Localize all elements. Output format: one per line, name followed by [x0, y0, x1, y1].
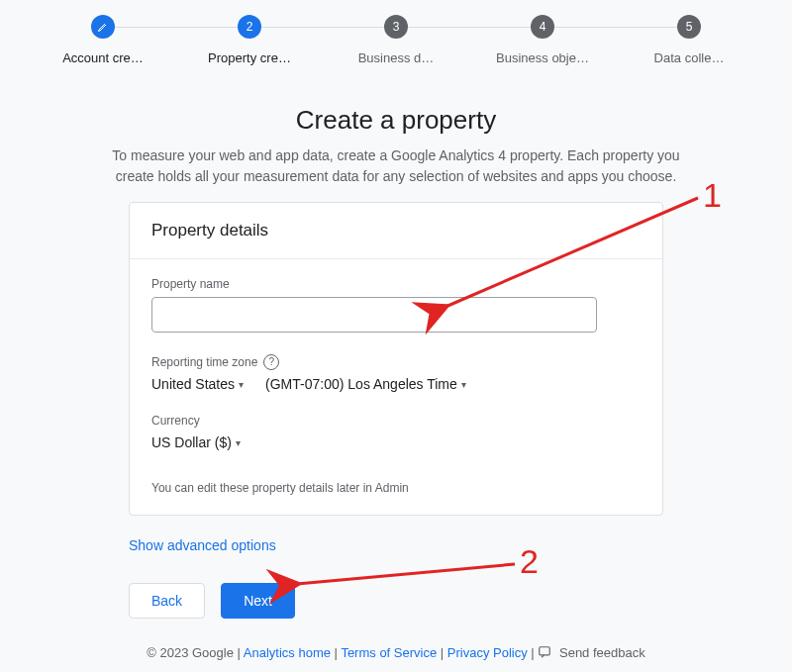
next-button[interactable]: Next	[221, 583, 295, 619]
copyright: © 2023 Google	[147, 645, 234, 660]
step-property[interactable]: 2 Property cre…	[176, 15, 323, 65]
property-details-card: Property details Property name Reporting…	[129, 202, 663, 516]
send-feedback-link[interactable]: Send feedback	[559, 645, 645, 660]
button-row: Back Next	[129, 583, 663, 619]
step-label: Data colle…	[654, 50, 725, 65]
currency-label: Currency	[151, 414, 641, 428]
step-label: Property cre…	[208, 50, 291, 65]
privacy-link[interactable]: Privacy Policy	[447, 645, 528, 660]
main-content: Create a property To measure your web an…	[0, 75, 792, 619]
step-number: 2	[238, 15, 261, 39]
annotation-label-1: 1	[703, 176, 722, 215]
annotation-label-2: 2	[520, 542, 539, 581]
step-number: 5	[677, 15, 701, 39]
step-business-details[interactable]: 3 Business d…	[323, 15, 469, 65]
chevron-down-icon: ▾	[239, 379, 244, 390]
chevron-down-icon: ▾	[461, 379, 466, 390]
footer: © 2023 Google | Analytics home | Terms o…	[0, 645, 792, 662]
analytics-home-link[interactable]: Analytics home	[244, 645, 331, 660]
time-zone-label: Reporting time zone	[151, 355, 257, 369]
step-data-collection[interactable]: 5 Data colle…	[616, 15, 762, 65]
svg-rect-0	[540, 647, 550, 655]
back-button[interactable]: Back	[129, 583, 205, 619]
step-label: Business d…	[358, 50, 435, 65]
help-icon[interactable]: ?	[263, 354, 279, 370]
step-account[interactable]: Account cre…	[30, 15, 176, 65]
chevron-down-icon: ▾	[236, 437, 241, 448]
step-label: Business obje…	[496, 50, 589, 65]
step-label: Account cre…	[62, 50, 144, 65]
pencil-icon	[91, 15, 115, 39]
time-zone-value-dropdown[interactable]: (GMT-07:00) Los Angeles Time ▾	[265, 376, 466, 392]
step-business-objective[interactable]: 4 Business obje…	[469, 15, 616, 65]
feedback-icon	[538, 645, 551, 662]
step-number: 3	[384, 15, 408, 39]
page-intro: To measure your web and app data, create…	[109, 145, 683, 187]
edit-later-note: You can edit these property details late…	[151, 481, 641, 495]
property-name-input[interactable]	[151, 297, 597, 333]
currency-dropdown[interactable]: US Dollar ($) ▾	[151, 434, 241, 450]
tos-link[interactable]: Terms of Service	[341, 645, 437, 660]
stepper: Account cre… 2 Property cre… 3 Business …	[0, 0, 792, 75]
property-name-label: Property name	[151, 277, 641, 291]
step-number: 4	[531, 15, 554, 39]
show-advanced-options-link[interactable]: Show advanced options	[129, 537, 663, 553]
time-zone-country-dropdown[interactable]: United States ▾	[151, 376, 244, 392]
page-title: Create a property	[59, 105, 733, 136]
card-header: Property details	[130, 203, 662, 259]
